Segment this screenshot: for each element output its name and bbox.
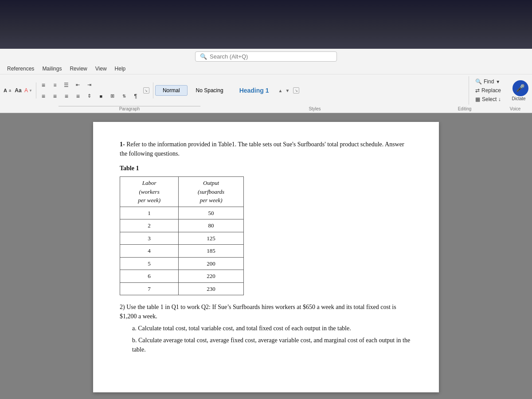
font-dropdown-btn[interactable]: Aa [13,85,23,96]
numbering-btn[interactable]: ≡ [50,80,60,90]
cell-output: 185 [179,245,244,258]
table-header-row: Labor(workersper week) Output(surfboards… [120,177,244,207]
dictate-group: 🎤 Dictate [509,80,528,101]
text-effects-icon: A [24,87,28,94]
styles-section-label: Styles [202,106,427,111]
cell-output: 125 [179,232,244,245]
styles-scroll-up[interactable]: ▲ [278,87,284,94]
sort-btn[interactable]: ⇅ [119,91,129,102]
select-btn[interactable]: ▦ Select ↓ [473,95,504,103]
q2-intro: 2) Use the table 1 in Q1 to work Q2: If … [120,302,412,321]
table-body: 15028031254185520062207230 [120,207,244,295]
replace-btn[interactable]: ⇄ Replace [473,86,504,94]
cell-labor: 1 [120,207,179,219]
document-area: 1- Refer to the information provided in … [0,113,532,399]
replace-icon: ⇄ [475,87,480,94]
menu-review[interactable]: Review [66,64,90,73]
cell-output: 230 [179,282,244,295]
cell-output: 220 [179,270,244,283]
section-labels-row: Paragraph Styles Editing Voice [0,106,532,113]
justify-btn[interactable]: ≡ [73,91,83,102]
borders-btn[interactable]: ⊞ [107,91,118,102]
cell-labor: 4 [120,245,179,258]
text-case-small-a: a [9,88,11,93]
align-center-btn[interactable]: ≡ [50,91,60,102]
styles-section: Normal No Spacing Heading 1 ▲ ▼ ↘ [155,82,465,98]
cell-output: 200 [179,257,244,270]
font-toolbar: A a Aa A ▼ ≡ ≡ ☰ ⇤ ⇥ ≡ ≡ ≡ ≡ [0,74,532,106]
dictate-btn[interactable]: 🎤 [512,80,528,96]
document-page: 1- Refer to the information provided in … [93,122,439,392]
text-case-big-A: A [4,88,7,93]
table-row: 7230 [120,282,244,295]
voice-section-label: Voice [502,106,528,111]
q1-number: 1- [120,141,125,148]
multilevel-btn[interactable]: ☰ [61,80,72,90]
q2-part-b: b. Calculate average total cost, average… [132,336,412,354]
line-spacing-btn[interactable]: ⇕ [84,91,95,102]
dictate-label: Dictate [512,96,525,101]
table-row: 150 [120,207,244,219]
cell-labor: 2 [120,219,179,232]
show-para-btn[interactable]: ¶ [130,91,141,102]
bullets-btn[interactable]: ≡ [38,80,49,90]
align-right-btn[interactable]: ≡ [61,91,72,102]
table-row: 4185 [120,245,244,258]
ribbon: 🔍 References Mailings Review View Help A… [0,49,532,113]
increase-indent-btn[interactable]: ⇥ [84,80,95,90]
menu-help[interactable]: Help [111,64,129,73]
table-1-section: Table 1 Labor(workersper week) Output(su… [120,164,412,295]
cell-labor: 3 [120,232,179,245]
menu-view[interactable]: View [92,64,110,73]
editing-section-label: Editing [429,106,500,111]
data-table: Labor(workersper week) Output(surfboards… [120,176,244,295]
styles-scroll-down[interactable]: ▼ [284,87,290,94]
table-row: 5200 [120,257,244,270]
align-left-btn[interactable]: ≡ [38,91,49,102]
paragraph-format-group: ≡ ≡ ☰ ⇤ ⇥ ≡ ≡ ≡ ≡ ⇕ ■ ⊞ ⇅ ¶ ↘ [38,82,153,98]
menu-bar: References Mailings Review View Help [0,63,532,74]
title-bar-area [0,0,532,49]
menu-mailings[interactable]: Mailings [39,64,65,73]
search-icon: 🔍 [200,53,207,60]
decrease-indent-btn[interactable]: ⇤ [73,80,83,90]
styles-group: Normal No Spacing Heading 1 ▲ ▼ ↘ [155,82,467,98]
question-1-text: 1- Refer to the information provided in … [120,140,412,158]
find-btn[interactable]: 🔍 Find ▼ [473,78,504,86]
style-no-spacing[interactable]: No Spacing [188,85,231,96]
col-output-header: Output(surfboardsper week) [179,177,244,207]
find-icon: 🔍 [475,78,482,85]
table-row: 3125 [120,232,244,245]
table-row: 280 [120,219,244,232]
select-icon: ▦ [475,96,480,102]
table-title: Table 1 [120,164,412,173]
q2-part-a: a. Calculate total cost, total variable … [132,324,412,333]
font-arrow-icon: ▼ [29,89,32,93]
q1-body: Refer to the information provided in Tab… [120,141,404,157]
search-row: 🔍 [0,49,532,63]
paragraph-section-label: Paragraph [59,106,200,111]
font-name-group: A a Aa A ▼ [4,82,36,98]
shading-btn[interactable]: ■ [96,91,106,102]
style-heading1[interactable]: Heading 1 [232,85,277,96]
style-normal[interactable]: Normal [155,85,188,96]
menu-references[interactable]: References [4,64,38,73]
search-bar-container: 🔍 [195,51,337,62]
paragraph-dialog-launcher[interactable]: ↘ [143,87,149,94]
styles-dialog-launcher[interactable]: ↘ [293,87,299,94]
question-1-block: 1- Refer to the information provided in … [120,140,412,158]
editing-group: 🔍 Find ▼ ⇄ Replace ▦ Select ↓ [469,76,504,105]
cell-output: 80 [179,219,244,232]
table-row: 6220 [120,270,244,283]
question-2-block: 2) Use the table 1 in Q1 to work Q2: If … [120,302,412,354]
col-labor-header: Labor(workersper week) [120,177,179,207]
cell-labor: 5 [120,257,179,270]
search-input[interactable] [210,53,332,60]
cell-output: 50 [179,207,244,219]
cell-labor: 7 [120,282,179,295]
cell-labor: 6 [120,270,179,283]
